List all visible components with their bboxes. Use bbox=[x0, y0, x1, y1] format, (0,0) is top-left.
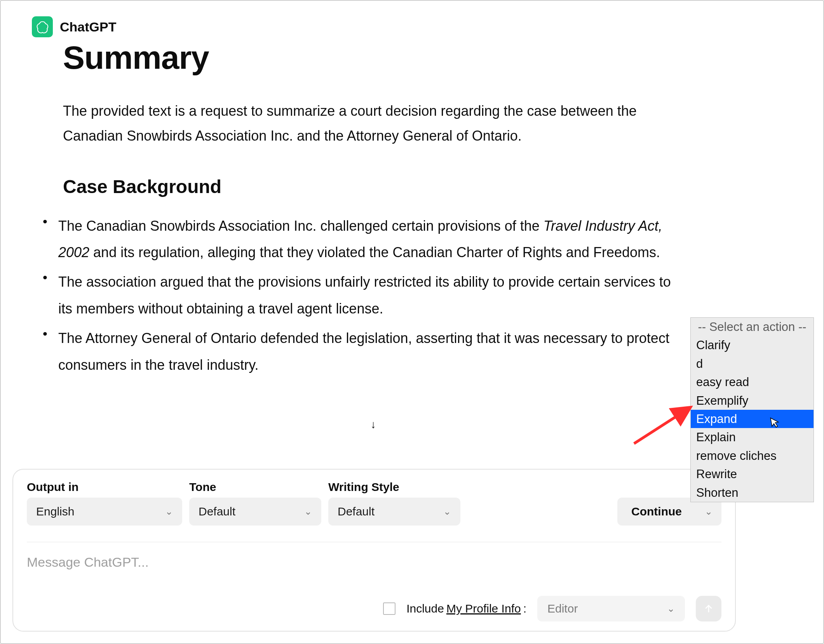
tone-value: Default bbox=[199, 505, 235, 518]
writing-style-value: Default bbox=[338, 505, 375, 518]
include-profile-checkbox[interactable] bbox=[383, 602, 395, 615]
list-item: The association argued that the provisio… bbox=[49, 269, 686, 322]
divider bbox=[27, 542, 721, 542]
scroll-down-button[interactable]: ↓ bbox=[363, 414, 384, 435]
controls-row: Output in English ⌄ Tone Default ⌄ Writi… bbox=[27, 480, 721, 526]
list-item: The Canadian Snowbirds Association Inc. … bbox=[49, 213, 686, 266]
content-area: Summary The provided text is a request t… bbox=[63, 40, 700, 378]
include-label-suffix: : bbox=[523, 602, 526, 615]
action-item-clarify[interactable]: Clarify bbox=[691, 336, 814, 354]
arrow-down-icon: ↓ bbox=[371, 418, 376, 431]
intro-paragraph: The provided text is a request to summar… bbox=[63, 99, 685, 148]
list-item: The Attorney General of Ontario defended… bbox=[49, 325, 686, 378]
tone-group: Tone Default ⌄ bbox=[189, 480, 321, 526]
action-dropdown-header: -- Select an action -- bbox=[691, 318, 814, 336]
app-window: ChatGPT Summary The provided text is a r… bbox=[0, 0, 824, 644]
action-item-expand[interactable]: Expand bbox=[691, 410, 814, 428]
message-input[interactable]: Message ChatGPT... bbox=[27, 553, 721, 592]
chevron-down-icon: ⌄ bbox=[443, 506, 451, 517]
output-language-label: Output in bbox=[27, 480, 182, 494]
annotation-arrow-icon bbox=[630, 401, 700, 447]
chevron-down-icon: ⌄ bbox=[165, 506, 173, 517]
include-label-prefix: Include bbox=[406, 602, 444, 615]
action-dropdown[interactable]: -- Select an action -- Clarify d easy re… bbox=[690, 317, 814, 502]
tone-select[interactable]: Default ⌄ bbox=[189, 498, 321, 526]
continue-button[interactable]: Continue bbox=[617, 498, 696, 526]
send-button[interactable] bbox=[696, 596, 721, 621]
role-select[interactable]: Editor ⌄ bbox=[537, 596, 685, 621]
chevron-down-icon: ⌄ bbox=[667, 603, 675, 614]
chevron-down-icon: ⌄ bbox=[705, 506, 713, 517]
composer-panel: Output in English ⌄ Tone Default ⌄ Writi… bbox=[12, 469, 736, 632]
action-item-shorten[interactable]: Shorten bbox=[691, 484, 814, 502]
tone-label: Tone bbox=[189, 480, 321, 494]
arrow-up-icon bbox=[703, 603, 714, 614]
action-item-explain[interactable]: Explain bbox=[691, 428, 814, 446]
app-name: ChatGPT bbox=[60, 19, 116, 35]
page-title: Summary bbox=[63, 40, 700, 75]
writing-style-group: Writing Style Default ⌄ bbox=[328, 480, 460, 526]
action-item-easy-read[interactable]: easy read bbox=[691, 373, 814, 391]
header-row: ChatGPT bbox=[32, 16, 800, 37]
action-item-remove-cliches[interactable]: remove cliches bbox=[691, 447, 814, 465]
action-item-rewrite[interactable]: Rewrite bbox=[691, 465, 814, 483]
section-heading: Case Background bbox=[63, 176, 700, 197]
include-profile-label: Include My Profile Info: bbox=[406, 602, 526, 615]
role-value: Editor bbox=[547, 602, 578, 615]
chevron-down-icon: ⌄ bbox=[304, 506, 312, 517]
writing-style-select[interactable]: Default ⌄ bbox=[328, 498, 460, 526]
profile-info-link[interactable]: My Profile Info bbox=[446, 602, 521, 615]
svg-line-2 bbox=[634, 409, 688, 444]
action-item-exemplify[interactable]: Exemplify bbox=[691, 392, 814, 410]
footer-row: Include My Profile Info: Editor ⌄ bbox=[27, 596, 721, 621]
bullet-text: The Canadian Snowbirds Association Inc. … bbox=[58, 218, 544, 234]
writing-style-label: Writing Style bbox=[328, 480, 460, 494]
output-language-group: Output in English ⌄ bbox=[27, 480, 182, 526]
bullet-text: and its regulation, alleging that they v… bbox=[89, 244, 660, 260]
action-item-d[interactable]: d bbox=[691, 355, 814, 373]
output-language-select[interactable]: English ⌄ bbox=[27, 498, 182, 526]
chatgpt-logo-icon bbox=[32, 16, 53, 37]
output-language-value: English bbox=[36, 505, 74, 518]
bullet-list: The Canadian Snowbirds Association Inc. … bbox=[63, 213, 700, 378]
